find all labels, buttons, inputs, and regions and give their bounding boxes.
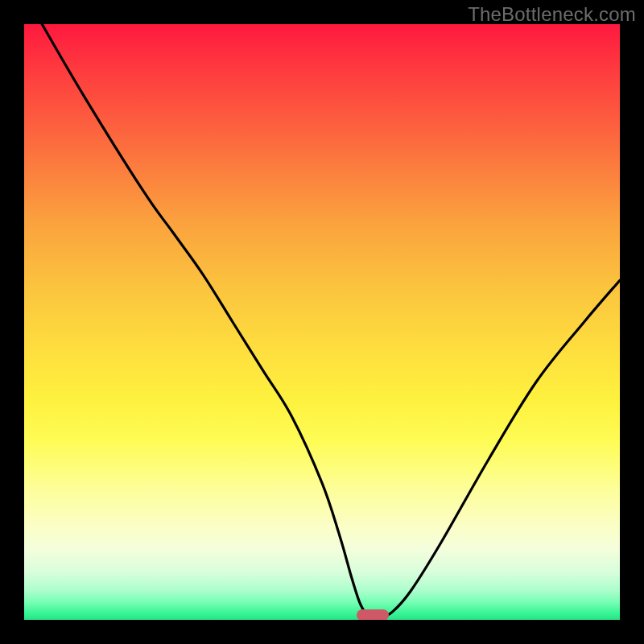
bottleneck-curve [24, 24, 620, 620]
chart-frame: TheBottleneck.com [0, 0, 644, 644]
plot-area [24, 24, 620, 620]
optimum-marker [357, 609, 389, 620]
watermark-label: TheBottleneck.com [468, 3, 636, 26]
